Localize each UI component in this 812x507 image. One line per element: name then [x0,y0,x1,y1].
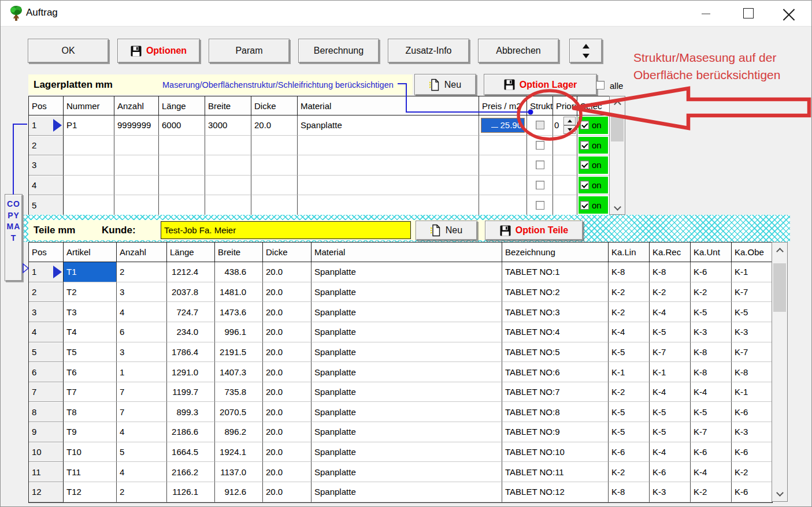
parts-cell-ka-lin[interactable]: K-2 [609,382,650,402]
stock-cell-breite[interactable]: 3000 [205,115,251,136]
stock-cell-priorit[interactable] [553,155,577,176]
stock-row-header[interactable]: 3 [29,155,64,176]
parts-cell-laenge[interactable]: 1291.0 [167,362,215,382]
parts-cell-breite[interactable]: 735.8 [215,382,263,402]
parts-cell-artikel[interactable]: T12 [64,482,117,502]
selec-on-box[interactable]: on [579,117,608,134]
stock-cell-strukt[interactable] [527,195,553,215]
strukt-checkbox[interactable] [536,141,544,150]
stock-cell-dicke[interactable] [251,176,298,196]
parts-cell-ka-lin[interactable]: K-8 [609,482,650,502]
parts-cell-ka-lin[interactable]: K-5 [609,342,650,363]
stock-cell-nummer[interactable] [64,176,114,196]
scroll-up-button[interactable] [772,244,787,259]
parts-cell-ka-unt[interactable]: K-3 [691,322,732,342]
parts-cell-ka-lin[interactable]: K-5 [609,422,650,442]
parts-row-header[interactable]: 5 [29,342,64,363]
stock-cell-anzahl[interactable] [114,195,159,215]
parts-cell-anzahl[interactable]: 4 [117,302,167,322]
parts-cell-breite[interactable]: 996.1 [215,322,263,342]
stock-cell-laenge[interactable] [159,176,205,196]
parts-cell-ka-unt[interactable]: K-2 [691,282,732,303]
stock-cell-selec[interactable]: on [577,195,610,215]
scroll-thumb[interactable] [611,115,624,141]
parts-cell-laenge[interactable]: 2186.6 [167,422,215,442]
parts-cell-dicke[interactable]: 20.0 [263,462,312,482]
stock-neu-button[interactable]: Neu [414,74,476,95]
parts-cell-bezeichnung[interactable]: TABLET NO:6 [502,362,609,382]
parts-cell-ka-unt[interactable]: K-6 [691,262,732,282]
stock-cell-priorit[interactable] [553,136,577,156]
parts-cell-laenge[interactable]: 1786.4 [167,342,215,363]
stock-cell-selec[interactable]: on [577,136,610,156]
parts-cell-ka-rec[interactable]: K-1 [650,362,691,382]
parts-cell-artikel[interactable]: T1 [64,262,117,282]
parts-cell-artikel[interactable]: T2 [64,282,117,303]
parts-cell-ka-obe[interactable]: K-8 [732,362,772,382]
stock-cell-laenge[interactable] [159,195,205,215]
parts-cell-bezeichnung[interactable]: TABLET NO:8 [502,402,609,422]
parts-cell-artikel[interactable]: T5 [64,342,117,363]
parts-neu-button[interactable]: Neu [416,221,477,240]
parts-cell-breite[interactable]: 1137.0 [215,462,263,482]
parts-cell-ka-rec[interactable]: K-6 [650,462,691,482]
parts-row-header[interactable]: 11 [29,462,64,482]
parts-cell-bezeichnung[interactable]: TABLET NO:1 [502,262,609,282]
parts-row-header[interactable]: 8 [29,402,64,422]
parts-cell-breite[interactable]: 896.2 [215,422,263,442]
strukt-checkbox[interactable] [536,181,544,189]
stock-cell-preis[interactable] [479,195,527,215]
parts-cell-material[interactable]: Spanplatte [312,422,502,442]
priorit-spinner[interactable] [563,117,576,134]
stock-cell-material[interactable] [298,136,479,156]
parts-cell-anzahl[interactable]: 4 [117,462,167,482]
stock-cell-breite[interactable] [205,155,251,176]
parts-cell-ka-unt[interactable]: K-8 [691,362,732,382]
stock-cell-dicke[interactable] [251,195,298,215]
parts-cell-ka-lin[interactable]: K-8 [609,262,650,282]
parts-cell-bezeichnung[interactable]: TABLET NO:7 [502,382,609,402]
stock-cell-laenge[interactable] [159,155,205,176]
stock-cell-priorit[interactable] [553,195,577,215]
parts-cell-material[interactable]: Spanplatte [312,362,502,382]
maximize-button[interactable] [743,8,754,18]
parts-cell-dicke[interactable]: 20.0 [263,442,312,463]
stock-cell-strukt[interactable] [527,176,553,196]
selec-checkbox[interactable] [580,201,589,210]
parts-cell-ka-unt[interactable]: K-7 [691,422,732,442]
parts-cell-bezeichnung[interactable]: TABLET NO:9 [502,422,609,442]
parts-cell-ka-unt[interactable]: K-5 [691,402,732,422]
stock-cell-preis[interactable] [479,155,527,176]
stock-cell-priorit[interactable]: 0 [553,115,577,136]
stock-cell-material[interactable]: Spanplatte [298,115,479,136]
parts-cell-ka-lin[interactable]: K-2 [609,282,650,303]
parts-cell-artikel[interactable]: T11 [64,462,117,482]
copymat-button[interactable]: COPYMAT [5,194,23,281]
parts-row-header[interactable]: 2 [29,282,64,303]
parts-cell-ka-obe[interactable]: K-7 [732,282,772,303]
parts-cell-ka-rec[interactable]: K-5 [650,422,691,442]
parts-cell-anzahl[interactable]: 7 [117,382,167,402]
parts-cell-laenge[interactable]: 1199.7 [167,382,215,402]
optionen-button[interactable]: Optionen [117,39,200,63]
parts-cell-dicke[interactable]: 20.0 [263,302,312,322]
stock-cell-material[interactable] [298,195,479,215]
scroll-thumb[interactable] [773,263,786,312]
stock-cell-selec[interactable]: on [577,176,610,196]
parts-cell-anzahl[interactable]: 6 [117,322,167,342]
stock-cell-laenge[interactable] [159,136,205,156]
parts-cell-material[interactable]: Spanplatte [312,442,502,463]
selec-checkbox[interactable] [580,121,589,129]
stock-row-header[interactable]: 2 [29,136,64,156]
selec-checkbox[interactable] [580,181,589,189]
spin-up-button[interactable] [570,41,602,51]
stock-cell-dicke[interactable]: 20.0 [251,115,298,136]
parts-cell-ka-lin[interactable]: K-6 [609,442,650,463]
parts-cell-artikel[interactable]: T7 [64,382,117,402]
parts-cell-breite[interactable]: 912.6 [215,482,263,502]
parts-row-header[interactable]: 1 [29,262,64,282]
parts-cell-anzahl[interactable]: 7 [117,402,167,422]
parts-cell-ka-obe[interactable]: K-7 [732,342,772,363]
stock-cell-breite[interactable] [205,176,251,196]
parts-cell-artikel[interactable]: T3 [64,302,117,322]
